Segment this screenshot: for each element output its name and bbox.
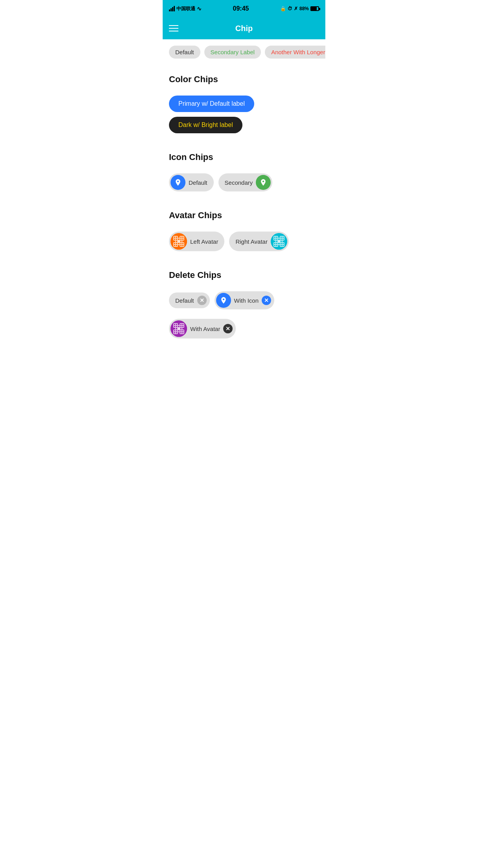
chip-another[interactable]: Another With Longer Text (265, 46, 325, 59)
alarm-icon: ⏱ (288, 6, 292, 11)
close-icon: ✕ (200, 298, 204, 303)
icon-chip-secondary-circle (256, 175, 271, 190)
chip-another-label: Another With Longer Text (271, 49, 325, 55)
signal-icon (169, 6, 175, 11)
chip-dark-label: Dark w/ Bright label (178, 121, 233, 129)
page-title: Chip (235, 24, 253, 33)
battery-icon (310, 6, 319, 11)
delete-chip-default-btn[interactable]: ✕ (197, 296, 207, 305)
avatar-chip-left[interactable]: Left Avatar (169, 232, 224, 251)
avatar-chips-title: Avatar Chips (169, 210, 319, 221)
location-pin-icon-blue (174, 178, 182, 186)
lock-icon: 🔒 (280, 6, 286, 11)
right-avatar-label: Right Avatar (235, 238, 267, 245)
icon-chip-default[interactable]: Default (169, 173, 214, 191)
color-chips-row: Primary w/ Default label Dark w/ Bright … (163, 96, 325, 143)
left-avatar-label: Left Avatar (190, 238, 218, 245)
chip-secondary-label-text: Secondary Label (211, 49, 255, 55)
delete-chips-title: Delete Chips (169, 270, 319, 280)
battery-percent: 88% (299, 6, 309, 11)
color-chips-section: Color Chips (163, 65, 325, 96)
location-pin-icon-green (259, 178, 267, 186)
delete-chip-with-icon-btn[interactable]: ✕ (262, 296, 271, 305)
chip-dark[interactable]: Dark w/ Bright label (169, 117, 242, 133)
avatar-chip-right[interactable]: Right Avatar (229, 232, 288, 251)
delete-chips-section: Delete Chips (163, 261, 325, 291)
chip-secondary-label[interactable]: Secondary Label (204, 46, 261, 59)
avatar-chips-row: Left Avatar Right Avatar (163, 232, 325, 261)
delete-chip-avatar-circle (171, 320, 187, 337)
icon-chip-default-label: Default (189, 179, 207, 186)
status-bar: 中国联通 ∿ 09:45 🔒 ⏱ ✗ 88% (163, 0, 325, 17)
delete-chip-default-label: Default (175, 297, 194, 304)
basic-chips-row: Default Secondary Label Another With Lon… (163, 39, 325, 65)
color-chips-title: Color Chips (169, 74, 319, 85)
right-avatar-circle (271, 233, 287, 250)
delete-chip-with-icon-label: With Icon (234, 297, 259, 304)
content-area: Default Secondary Label Another With Lon… (163, 39, 325, 354)
icon-chip-secondary-label: Secondary (225, 179, 253, 186)
svg-point-9 (177, 240, 180, 243)
svg-point-19 (277, 240, 281, 243)
status-time: 09:45 (233, 5, 249, 12)
chip-default[interactable]: Default (169, 46, 200, 59)
icon-chips-row: Default Secondary (163, 173, 325, 201)
avatar-chips-section: Avatar Chips (163, 201, 325, 232)
menu-button[interactable] (169, 25, 178, 31)
location-pin-icon-delete (220, 296, 227, 304)
chip-primary-label: Primary w/ Default label (178, 100, 245, 107)
delete-chip-with-icon[interactable]: With Icon ✕ (215, 291, 275, 309)
close-icon-2: ✕ (264, 298, 269, 303)
delete-chips-row: Default ✕ With Icon ✕ (163, 291, 325, 319)
left-avatar-circle (171, 233, 187, 250)
icon-chip-delete-circle (216, 293, 231, 308)
close-icon-3: ✕ (226, 326, 230, 331)
status-right: 🔒 ⏱ ✗ 88% (280, 6, 319, 11)
app-header: Chip (163, 17, 325, 39)
delete-chip-with-avatar-label: With Avatar (190, 326, 220, 332)
delete-chip-with-avatar-btn[interactable]: ✕ (223, 324, 233, 333)
delete-chip-with-avatar[interactable]: With Avatar ✕ (169, 319, 236, 338)
right-avatar-pattern (271, 233, 287, 250)
carrier-name: 中国联通 (176, 6, 195, 12)
left-avatar-pattern (171, 233, 187, 250)
wifi-icon: ∿ (197, 6, 202, 12)
icon-chips-section: Icon Chips (163, 143, 325, 173)
chip-primary[interactable]: Primary w/ Default label (169, 96, 254, 112)
icon-chips-title: Icon Chips (169, 152, 319, 162)
bluetooth-icon: ✗ (294, 6, 298, 11)
chip-default-label: Default (175, 49, 194, 55)
delete-chip-default[interactable]: Default ✕ (169, 292, 210, 308)
svg-point-29 (177, 327, 180, 330)
icon-chip-secondary[interactable]: Secondary (218, 173, 273, 191)
delete-avatar-pattern (171, 320, 187, 337)
icon-chip-default-circle (171, 175, 185, 190)
delete-chips-avatar-row: With Avatar ✕ (163, 319, 325, 354)
status-left: 中国联通 ∿ (169, 6, 202, 12)
